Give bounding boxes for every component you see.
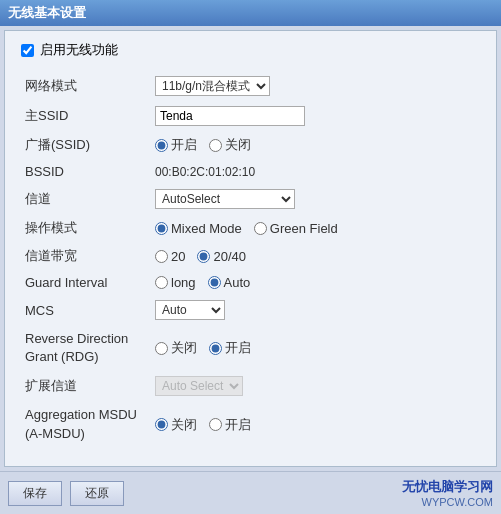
content-area: 启用无线功能 网络模式 11b/g/n混合模式 11b only 11g onl…: [4, 30, 497, 467]
network-mode-select[interactable]: 11b/g/n混合模式 11b only 11g only 11n only: [155, 76, 270, 96]
rdg-on-item: 开启: [209, 339, 251, 357]
ch-bw-2040-item: 20/40: [197, 249, 246, 264]
ssid-input[interactable]: [155, 106, 305, 126]
broadcast-row: 广播(SSID) 开启 关闭: [21, 131, 480, 159]
network-mode-row: 网络模式 11b/g/n混合模式 11b only 11g only 11n o…: [21, 71, 480, 101]
guard-auto-label: Auto: [224, 275, 251, 290]
amsdu-off-item: 关闭: [155, 416, 197, 434]
rdg-row: Reverse DirectionGrant (RDG) 关闭 开启: [21, 325, 480, 371]
watermark-line2: WYPCW.COM: [402, 496, 493, 508]
watermark: 无忧电脑学习网 WYPCW.COM: [402, 478, 493, 508]
ext-channel-row: 扩展信道 Auto Select: [21, 371, 480, 401]
guard-interval-row: Guard Interval long Auto: [21, 270, 480, 295]
title-bar: 无线基本设置: [0, 0, 501, 26]
op-mode-radio-group: Mixed Mode Green Field: [155, 221, 476, 236]
save-button[interactable]: 保存: [8, 481, 62, 506]
rdg-radio-group: 关闭 开启: [155, 339, 476, 357]
window-title: 无线基本设置: [8, 5, 86, 20]
channel-label: 信道: [21, 184, 151, 214]
op-mode-label: 操作模式: [21, 214, 151, 242]
footer-buttons: 保存 还原: [8, 481, 124, 506]
op-mode-green-label: Green Field: [270, 221, 338, 236]
broadcast-off-item: 关闭: [209, 136, 251, 154]
op-mode-row: 操作模式 Mixed Mode Green Field: [21, 214, 480, 242]
broadcast-on-item: 开启: [155, 136, 197, 154]
amsdu-on-radio[interactable]: [209, 418, 222, 431]
broadcast-on-label: 开启: [171, 136, 197, 154]
amsdu-off-radio[interactable]: [155, 418, 168, 431]
rdg-off-radio[interactable]: [155, 342, 168, 355]
op-mode-mixed-item: Mixed Mode: [155, 221, 242, 236]
reset-button[interactable]: 还原: [70, 481, 124, 506]
rdg-off-label: 关闭: [171, 339, 197, 357]
ch-bw-20-item: 20: [155, 249, 185, 264]
guard-long-label: long: [171, 275, 196, 290]
rdg-label: Reverse DirectionGrant (RDG): [21, 325, 151, 371]
channel-row: 信道 AutoSelect 1 2 3 4 5 6 7 13: [21, 184, 480, 214]
enable-wifi-checkbox[interactable]: [21, 44, 34, 57]
amsdu-on-item: 开启: [209, 416, 251, 434]
ch-bw-2040-radio[interactable]: [197, 250, 210, 263]
guard-auto-item: Auto: [208, 275, 251, 290]
window: 无线基本设置 启用无线功能 网络模式 11b/g/n混合模式 11b only …: [0, 0, 501, 514]
mcs-label: MCS: [21, 295, 151, 325]
ssid-row: 主SSID: [21, 101, 480, 131]
rdg-on-radio[interactable]: [209, 342, 222, 355]
guard-long-radio[interactable]: [155, 276, 168, 289]
settings-table: 网络模式 11b/g/n混合模式 11b only 11g only 11n o…: [21, 71, 480, 448]
guard-long-item: long: [155, 275, 196, 290]
mcs-row: MCS Auto 0 1 2: [21, 295, 480, 325]
enable-wifi-label[interactable]: 启用无线功能: [40, 41, 118, 59]
ext-channel-select[interactable]: Auto Select: [155, 376, 243, 396]
channel-select[interactable]: AutoSelect 1 2 3 4 5 6 7 13: [155, 189, 295, 209]
bssid-label: BSSID: [21, 159, 151, 184]
broadcast-label: 广播(SSID): [21, 131, 151, 159]
ch-bw-row: 信道带宽 20 20/40: [21, 242, 480, 270]
broadcast-off-label: 关闭: [225, 136, 251, 154]
op-mode-mixed-label: Mixed Mode: [171, 221, 242, 236]
bssid-value: 00:B0:2C:01:02:10: [155, 165, 255, 179]
ssid-label: 主SSID: [21, 101, 151, 131]
bssid-row: BSSID 00:B0:2C:01:02:10: [21, 159, 480, 184]
op-mode-green-radio[interactable]: [254, 222, 267, 235]
broadcast-on-radio[interactable]: [155, 139, 168, 152]
amsdu-on-label: 开启: [225, 416, 251, 434]
rdg-on-label: 开启: [225, 339, 251, 357]
enable-row: 启用无线功能: [21, 41, 480, 59]
ch-bw-label: 信道带宽: [21, 242, 151, 270]
ch-bw-radio-group: 20 20/40: [155, 249, 476, 264]
rdg-off-item: 关闭: [155, 339, 197, 357]
amsdu-row: Aggregation MSDU(A-MSDU) 关闭 开启: [21, 401, 480, 447]
guard-interval-radio-group: long Auto: [155, 275, 476, 290]
amsdu-off-label: 关闭: [171, 416, 197, 434]
guard-interval-label: Guard Interval: [21, 270, 151, 295]
broadcast-radio-group: 开启 关闭: [155, 136, 476, 154]
ch-bw-2040-label: 20/40: [213, 249, 246, 264]
mcs-select[interactable]: Auto 0 1 2: [155, 300, 225, 320]
watermark-line1: 无忧电脑学习网: [402, 478, 493, 496]
amsdu-label: Aggregation MSDU(A-MSDU): [21, 401, 151, 447]
amsdu-radio-group: 关闭 开启: [155, 416, 476, 434]
footer: 保存 还原 无忧电脑学习网 WYPCW.COM: [0, 471, 501, 514]
ext-channel-label: 扩展信道: [21, 371, 151, 401]
network-mode-label: 网络模式: [21, 71, 151, 101]
op-mode-mixed-radio[interactable]: [155, 222, 168, 235]
broadcast-off-radio[interactable]: [209, 139, 222, 152]
guard-auto-radio[interactable]: [208, 276, 221, 289]
op-mode-green-item: Green Field: [254, 221, 338, 236]
ch-bw-20-radio[interactable]: [155, 250, 168, 263]
ch-bw-20-label: 20: [171, 249, 185, 264]
